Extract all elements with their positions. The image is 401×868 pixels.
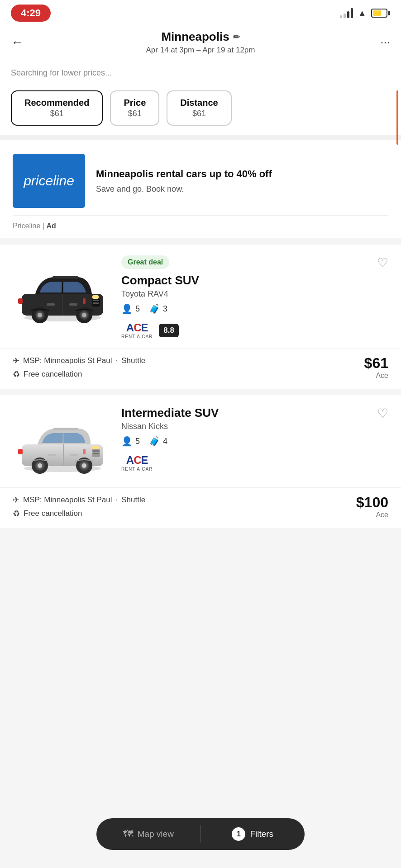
svg-rect-22 — [53, 428, 78, 430]
recycle-icon: ♻ — [13, 369, 20, 379]
footer-left-0: ✈ MSP: Minneapolis St Paul · Shuttle ♻ F… — [13, 356, 145, 379]
back-button[interactable]: ← — [11, 35, 29, 50]
svg-rect-5 — [93, 300, 99, 301]
svg-point-33 — [38, 463, 42, 468]
sort-tab-recommended[interactable]: Recommended $61 — [11, 90, 103, 126]
status-icons: ▲ ⚡ — [340, 8, 390, 19]
wifi-icon: ▲ — [358, 8, 367, 19]
bottom-bar: 🗺 Map view 1 Filters — [96, 818, 305, 850]
listing-price-0: $61 Ace — [364, 355, 388, 380]
svg-point-36 — [82, 463, 86, 468]
sort-tab-price[interactable]: Price $61 — [110, 90, 159, 126]
car-specs-0: 👤 5 🧳 3 — [121, 303, 388, 314]
map-view-button[interactable]: 🗺 Map view — [96, 828, 200, 840]
airport-icon: ✈ — [13, 356, 19, 366]
car-type-0: Compact SUV — [121, 274, 388, 288]
svg-point-17 — [82, 313, 86, 317]
bag-spec-0: 🧳 3 — [149, 303, 167, 314]
price-amount-0: $61 — [364, 355, 388, 372]
car-image-1 — [13, 406, 112, 478]
favorite-button-0[interactable]: ♡ — [377, 255, 388, 270]
listing-details-0: Great deal Compact SUV Toyota RAV4 👤 5 🧳… — [121, 255, 388, 339]
car-model-0: Toyota RAV4 — [121, 289, 388, 299]
svg-rect-26 — [92, 446, 99, 449]
listing-card-1[interactable]: Intermediate SUV Nissan Kicks 👤 5 🧳 4 AC… — [0, 395, 401, 528]
search-status: Searching for lower prices... — [0, 64, 401, 86]
section-divider — [0, 135, 401, 140]
svg-rect-24 — [93, 450, 99, 452]
ad-title: Minneapolis rental cars up to 40% off — [96, 168, 272, 181]
location-title: Minneapolis ✏ — [29, 30, 372, 44]
ad-subtitle: Save and go. Book now. — [96, 184, 272, 194]
bag-spec-1: 🧳 4 — [149, 436, 167, 447]
sort-tabs: Recommended $61 Price $61 Distance $61 — [0, 86, 401, 135]
price-vendor-1: Ace — [356, 511, 388, 519]
svg-rect-8 — [18, 298, 23, 304]
more-button[interactable]: ··· — [372, 35, 390, 49]
map-icon: 🗺 — [123, 828, 133, 840]
battery-icon: ⚡ — [371, 9, 390, 18]
sort-tab-distance[interactable]: Distance $61 — [167, 90, 231, 126]
person-icon-1: 👤 — [121, 436, 133, 447]
car-specs-1: 👤 5 🧳 4 — [121, 436, 388, 447]
bag-icon-1: 🧳 — [149, 436, 160, 447]
bag-icon: 🧳 — [149, 303, 160, 314]
listing-card-0[interactable]: Great deal Compact SUV Toyota RAV4 👤 5 🧳… — [0, 245, 401, 389]
cancellation-row-1: ♻ Free cancellation — [13, 509, 145, 519]
listing-footer-1: ✈ MSP: Minneapolis St Paul · Shuttle ♻ F… — [0, 487, 401, 528]
signal-icon — [340, 8, 353, 18]
passenger-spec-0: 👤 5 — [121, 303, 140, 314]
status-bar: 4:29 ▲ ⚡ — [0, 0, 401, 25]
svg-rect-6 — [93, 302, 99, 304]
location-row-0: ✈ MSP: Minneapolis St Paul · Shuttle — [13, 356, 145, 366]
car-type-1: Intermediate SUV — [121, 406, 388, 420]
deal-badge-0: Great deal — [121, 255, 169, 269]
vendor-row-1: ACE RENT A CAR — [121, 454, 388, 472]
filters-button[interactable]: 1 Filters — [201, 827, 305, 841]
car-image-0 — [13, 255, 112, 328]
footer-left-1: ✈ MSP: Minneapolis St Paul · Shuttle ♻ F… — [13, 495, 145, 519]
svg-rect-10 — [47, 303, 55, 306]
ace-logo-1: ACE RENT A CAR — [121, 454, 153, 472]
ad-copy: Minneapolis rental cars up to 40% off Sa… — [96, 168, 272, 194]
svg-rect-3 — [53, 276, 78, 278]
vendor-row-0: ACE RENT A CAR 8.8 — [121, 321, 388, 339]
price-vendor-0: Ace — [364, 372, 388, 380]
price-amount-1: $100 — [356, 494, 388, 511]
svg-rect-11 — [69, 303, 77, 306]
cancellation-row-0: ♻ Free cancellation — [13, 369, 145, 379]
ad-attribution: Priceline | Ad — [13, 215, 388, 230]
listing-footer-0: ✈ MSP: Minneapolis St Paul · Shuttle ♻ F… — [0, 348, 401, 389]
favorite-button-1[interactable]: ♡ — [377, 406, 388, 421]
priceline-logo: priceline — [13, 154, 85, 208]
person-icon: 👤 — [121, 303, 133, 314]
svg-rect-18 — [83, 298, 86, 304]
svg-rect-25 — [93, 453, 99, 454]
rating-badge-0: 8.8 — [159, 324, 179, 337]
svg-rect-27 — [18, 449, 23, 454]
svg-rect-30 — [70, 454, 78, 456]
recycle-icon-1: ♻ — [13, 509, 20, 519]
car-model-1: Nissan Kicks — [121, 422, 388, 431]
filter-count-badge: 1 — [232, 827, 245, 841]
date-range: Apr 14 at 3pm – Apr 19 at 12pm — [29, 46, 372, 55]
ace-logo-0: ACE RENT A CAR — [121, 321, 153, 339]
header: ← Minneapolis ✏ Apr 14 at 3pm – Apr 19 a… — [0, 25, 401, 64]
listing-price-1: $100 Ace — [356, 494, 388, 519]
listing-details-1: Intermediate SUV Nissan Kicks 👤 5 🧳 4 AC… — [121, 406, 388, 478]
airport-icon-1: ✈ — [13, 495, 19, 505]
scroll-indicator — [396, 90, 398, 145]
svg-rect-29 — [48, 454, 56, 456]
passenger-spec-1: 👤 5 — [121, 436, 140, 447]
ad-card[interactable]: priceline Minneapolis rental cars up to … — [0, 140, 401, 238]
svg-point-14 — [38, 313, 42, 317]
edit-icon[interactable]: ✏ — [233, 32, 240, 42]
svg-rect-7 — [92, 295, 99, 299]
time-display: 4:29 — [11, 5, 51, 22]
header-center: Minneapolis ✏ Apr 14 at 3pm – Apr 19 at … — [29, 30, 372, 55]
location-row-1: ✈ MSP: Minneapolis St Paul · Shuttle — [13, 495, 145, 505]
svg-rect-37 — [83, 449, 86, 454]
